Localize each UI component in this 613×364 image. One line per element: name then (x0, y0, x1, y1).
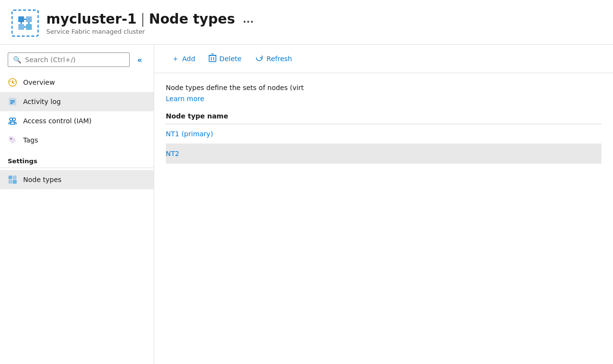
svg-point-13 (10, 118, 13, 121)
header-text: mycluster-1 | Node types ... Service Fab… (46, 11, 601, 35)
sidebar-item-node-types[interactable]: Node types (0, 170, 154, 189)
settings-section-header: Settings (0, 150, 154, 168)
delete-button[interactable]: Delete (203, 51, 247, 67)
sidebar-item-overview[interactable]: Overview (0, 73, 154, 92)
add-label: Add (182, 55, 195, 63)
svg-rect-1 (26, 16, 32, 22)
overview-icon (8, 78, 17, 87)
add-button[interactable]: ＋ Add (166, 51, 201, 67)
sidebar-item-activity-log-label: Activity log (23, 98, 61, 105)
description-text: Node types define the sets of nodes (vir… (166, 83, 601, 93)
node-types-icon (8, 175, 17, 184)
toolbar: ＋ Add Delete (154, 45, 613, 73)
svg-rect-16 (9, 176, 12, 179)
delete-icon (209, 53, 216, 64)
svg-rect-3 (26, 24, 32, 30)
svg-rect-17 (13, 176, 16, 179)
table-row[interactable]: NT1 (primary) (166, 124, 601, 144)
refresh-icon (255, 53, 264, 64)
svg-point-8 (12, 81, 13, 83)
search-icon: 🔍 (13, 56, 21, 64)
refresh-label: Refresh (267, 55, 292, 63)
app-container: mycluster-1 | Node types ... Service Fab… (0, 0, 613, 364)
svg-point-15 (11, 138, 12, 140)
learn-more-link[interactable]: Learn more (166, 95, 601, 103)
sidebar-item-iam-label: Access control (IAM) (23, 117, 92, 125)
sidebar: 🔍 « Overview (0, 45, 154, 364)
title-separator: | (141, 11, 145, 27)
delete-label: Delete (219, 55, 241, 63)
activity-log-icon (8, 97, 17, 106)
column-header-node-type-name: Node type name (166, 112, 601, 120)
add-icon: ＋ (172, 54, 179, 64)
sidebar-item-activity-log[interactable]: Activity log (0, 92, 154, 111)
iam-icon (8, 116, 17, 126)
tags-icon (8, 135, 17, 145)
sidebar-item-access-control[interactable]: Access control (IAM) (0, 111, 154, 130)
search-box[interactable]: 🔍 (8, 52, 130, 67)
search-container: 🔍 « (0, 45, 154, 73)
main-content: 🔍 « Overview (0, 45, 613, 364)
cluster-icon (12, 10, 39, 37)
node-type-nt1[interactable]: NT1 (primary) (166, 130, 601, 138)
svg-rect-9 (9, 98, 16, 105)
sidebar-item-tags[interactable]: Tags (0, 130, 154, 150)
more-options-button[interactable]: ... (239, 12, 258, 27)
sidebar-item-tags-label: Tags (23, 136, 38, 144)
svg-rect-18 (9, 180, 12, 183)
page-subtitle: Service Fabric managed cluster (46, 28, 601, 35)
page-title: mycluster-1 | Node types ... (46, 11, 601, 27)
svg-rect-0 (18, 16, 24, 22)
right-content: ＋ Add Delete (154, 45, 613, 364)
svg-rect-19 (13, 180, 16, 183)
content-area: Node types define the sets of nodes (vir… (154, 73, 613, 364)
svg-point-14 (13, 118, 15, 121)
page-header: mycluster-1 | Node types ... Service Fab… (0, 0, 613, 45)
table-row[interactable]: NT2 (166, 144, 601, 164)
collapse-sidebar-button[interactable]: « (133, 53, 146, 66)
refresh-button[interactable]: Refresh (249, 51, 298, 67)
cluster-name: mycluster-1 (46, 11, 137, 27)
section-name: Node types (149, 11, 235, 27)
sidebar-item-overview-label: Overview (23, 78, 55, 86)
svg-rect-2 (18, 24, 24, 30)
node-types-table: Node type name NT1 (primary) NT2 (166, 112, 601, 164)
search-input[interactable] (25, 56, 124, 64)
svg-rect-20 (209, 55, 216, 62)
sidebar-item-node-types-label: Node types (23, 176, 62, 183)
table-header: Node type name (166, 112, 601, 124)
node-type-nt2[interactable]: NT2 (166, 150, 601, 157)
